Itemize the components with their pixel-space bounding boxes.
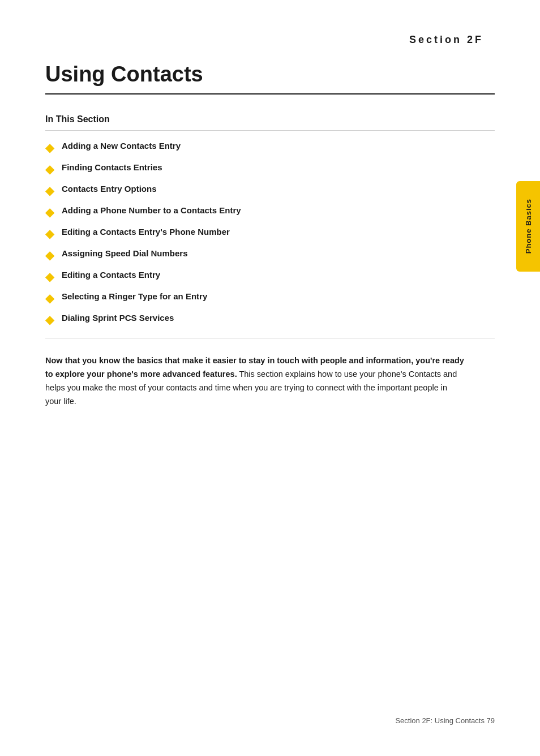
page-title: Using Contacts	[45, 63, 495, 87]
bullet-icon: ◆	[45, 205, 54, 219]
list-item-label: Assigning Speed Dial Numbers	[62, 248, 188, 258]
bullet-icon: ◆	[45, 184, 54, 197]
list-item-label: Adding a Phone Number to a Contacts Entr…	[62, 205, 241, 215]
section-divider-top	[45, 130, 495, 131]
section-divider-bottom	[45, 338, 495, 338]
in-this-section-header: In This Section	[45, 114, 495, 124]
title-divider	[45, 93, 495, 94]
list-item: ◆ Contacts Entry Options	[45, 184, 495, 197]
list-item: ◆ Finding Contacts Entries	[45, 162, 495, 176]
bullet-icon: ◆	[45, 291, 54, 305]
bullet-icon: ◆	[45, 313, 54, 327]
side-tab: Phone Basics	[516, 181, 540, 272]
list-item: ◆ Adding a Phone Number to a Contacts En…	[45, 205, 495, 219]
list-item-label: Contacts Entry Options	[62, 184, 157, 194]
list-item-label: Finding Contacts Entries	[62, 162, 162, 172]
bullet-icon: ◆	[45, 162, 54, 176]
intro-paragraph: Now that you know the basics that make i…	[45, 354, 464, 409]
list-item: ◆ Adding a New Contacts Entry	[45, 141, 495, 154]
list-item-label: Dialing Sprint PCS Services	[62, 313, 174, 323]
bullet-icon: ◆	[45, 141, 54, 154]
list-item-label: Editing a Contacts Entry's Phone Number	[62, 227, 230, 237]
bullet-list: ◆ Adding a New Contacts Entry ◆ Finding …	[45, 141, 495, 327]
list-item: ◆ Editing a Contacts Entry	[45, 270, 495, 284]
list-item-label: Adding a New Contacts Entry	[62, 141, 181, 151]
side-tab-label: Phone Basics	[524, 199, 533, 254]
section-label: Section 2F	[45, 34, 495, 46]
list-item-label: Editing a Contacts Entry	[62, 270, 160, 280]
bullet-icon: ◆	[45, 270, 54, 284]
list-item: ◆ Selecting a Ringer Type for an Entry	[45, 291, 495, 305]
footer-text: Section 2F: Using Contacts 79	[395, 716, 495, 725]
list-item: ◆ Assigning Speed Dial Numbers	[45, 248, 495, 262]
list-item-label: Selecting a Ringer Type for an Entry	[62, 291, 207, 301]
list-item: ◆ Editing a Contacts Entry's Phone Numbe…	[45, 227, 495, 240]
page-container: Section 2F Using Contacts In This Sectio…	[0, 0, 540, 756]
bullet-icon: ◆	[45, 227, 54, 240]
list-item: ◆ Dialing Sprint PCS Services	[45, 313, 495, 327]
bullet-icon: ◆	[45, 248, 54, 262]
